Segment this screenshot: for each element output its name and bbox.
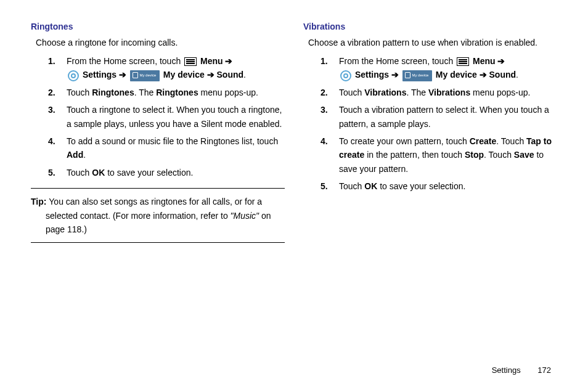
step-4: 4. To add a sound or music file to the R…	[48, 134, 285, 162]
step-number: 4.	[321, 134, 335, 176]
mydevice-icon: My device	[402, 70, 432, 81]
step-number: 2.	[48, 86, 63, 99]
step-number: 5.	[321, 179, 335, 193]
settings-icon	[340, 70, 351, 81]
menu-icon	[184, 57, 197, 66]
ringtones-steps: 1. From the Home screen, touch Menu ➔ Se…	[48, 54, 285, 179]
vibrations-heading: Vibrations	[303, 22, 557, 31]
step-2: 2. Touch Ringtones. The Ringtones menu p…	[48, 86, 285, 99]
mydevice-icon: My device	[130, 70, 160, 81]
right-column: Vibrations Choose a vibration pattern to…	[303, 22, 557, 243]
content-columns: Ringtones Choose a ringtone for incoming…	[31, 22, 557, 243]
menu-icon	[457, 57, 469, 66]
step-1: 1. From the Home screen, touch Menu ➔ Se…	[321, 54, 557, 82]
page-number: 172	[537, 365, 551, 375]
step-3: 3. Touch a vibration pattern to select i…	[321, 103, 557, 131]
step-5: 5. Touch OK to save your selection.	[48, 166, 285, 179]
step-number: 1.	[321, 54, 335, 82]
step-number: 1.	[48, 54, 63, 82]
settings-icon	[68, 70, 79, 81]
step-number: 4.	[48, 134, 63, 162]
step-number: 5.	[48, 166, 63, 179]
ringtones-heading: Ringtones	[31, 22, 285, 31]
tip-box: Tip: You can also set songs as ringtones…	[31, 188, 285, 243]
tip-label: Tip:	[31, 197, 49, 206]
vibrations-steps: 1. From the Home screen, touch Menu ➔ Se…	[321, 54, 557, 194]
step-3: 3. Touch a ringtone to select it. When y…	[48, 103, 285, 131]
step-number: 3.	[321, 103, 335, 131]
step-2: 2. Touch Vibrations. The Vibrations menu…	[321, 86, 557, 99]
left-column: Ringtones Choose a ringtone for incoming…	[31, 22, 285, 243]
footer-section: Settings	[492, 365, 521, 375]
step-number: 2.	[321, 86, 335, 99]
vibrations-intro: Choose a vibration pattern to use when v…	[308, 36, 557, 49]
music-reference: "Music"	[231, 211, 259, 221]
ringtones-intro: Choose a ringtone for incoming calls.	[36, 36, 285, 49]
step-4: 4. To create your own pattern, touch Cre…	[321, 134, 557, 176]
page-footer: Settings 172	[492, 365, 551, 375]
step-1: 1. From the Home screen, touch Menu ➔ Se…	[48, 54, 285, 82]
step-number: 3.	[48, 103, 63, 131]
step-5: 5. Touch OK to save your selection.	[321, 179, 557, 193]
